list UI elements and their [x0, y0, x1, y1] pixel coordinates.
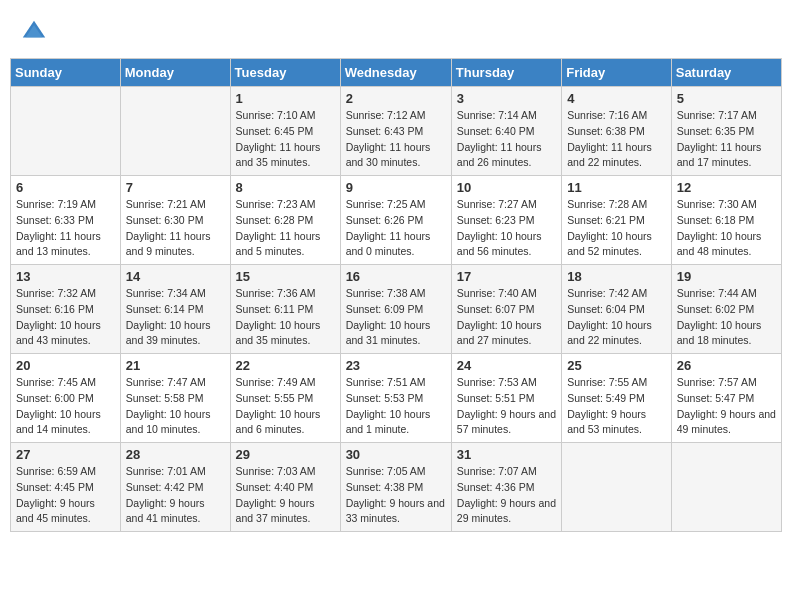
day-number: 16 [346, 269, 446, 284]
day-number: 15 [236, 269, 335, 284]
day-number: 7 [126, 180, 225, 195]
day-number: 9 [346, 180, 446, 195]
day-number: 31 [457, 447, 556, 462]
calendar-cell: 22 Sunrise: 7:49 AM Sunset: 5:55 PM Dayl… [230, 354, 340, 443]
calendar-cell: 5 Sunrise: 7:17 AM Sunset: 6:35 PM Dayli… [671, 87, 781, 176]
day-info: Sunrise: 7:30 AM Sunset: 6:18 PM Dayligh… [677, 197, 776, 260]
calendar-cell: 6 Sunrise: 7:19 AM Sunset: 6:33 PM Dayli… [11, 176, 121, 265]
day-info: Sunrise: 7:03 AM Sunset: 4:40 PM Dayligh… [236, 464, 335, 527]
calendar-header-friday: Friday [562, 59, 672, 87]
day-info: Sunrise: 7:42 AM Sunset: 6:04 PM Dayligh… [567, 286, 666, 349]
day-info: Sunrise: 7:21 AM Sunset: 6:30 PM Dayligh… [126, 197, 225, 260]
calendar-cell: 30 Sunrise: 7:05 AM Sunset: 4:38 PM Dayl… [340, 443, 451, 532]
calendar-cell: 11 Sunrise: 7:28 AM Sunset: 6:21 PM Dayl… [562, 176, 672, 265]
calendar-cell: 14 Sunrise: 7:34 AM Sunset: 6:14 PM Dayl… [120, 265, 230, 354]
day-number: 2 [346, 91, 446, 106]
calendar-cell: 24 Sunrise: 7:53 AM Sunset: 5:51 PM Dayl… [451, 354, 561, 443]
calendar-cell: 31 Sunrise: 7:07 AM Sunset: 4:36 PM Dayl… [451, 443, 561, 532]
calendar-header-row: SundayMondayTuesdayWednesdayThursdayFrid… [11, 59, 782, 87]
calendar-cell: 9 Sunrise: 7:25 AM Sunset: 6:26 PM Dayli… [340, 176, 451, 265]
calendar-cell: 12 Sunrise: 7:30 AM Sunset: 6:18 PM Dayl… [671, 176, 781, 265]
day-info: Sunrise: 7:16 AM Sunset: 6:38 PM Dayligh… [567, 108, 666, 171]
day-number: 28 [126, 447, 225, 462]
day-info: Sunrise: 7:53 AM Sunset: 5:51 PM Dayligh… [457, 375, 556, 438]
day-number: 12 [677, 180, 776, 195]
day-info: Sunrise: 7:19 AM Sunset: 6:33 PM Dayligh… [16, 197, 115, 260]
calendar-cell: 18 Sunrise: 7:42 AM Sunset: 6:04 PM Dayl… [562, 265, 672, 354]
day-info: Sunrise: 7:32 AM Sunset: 6:16 PM Dayligh… [16, 286, 115, 349]
day-number: 22 [236, 358, 335, 373]
day-number: 1 [236, 91, 335, 106]
day-info: Sunrise: 7:17 AM Sunset: 6:35 PM Dayligh… [677, 108, 776, 171]
calendar-cell: 27 Sunrise: 6:59 AM Sunset: 4:45 PM Dayl… [11, 443, 121, 532]
day-number: 27 [16, 447, 115, 462]
day-info: Sunrise: 7:49 AM Sunset: 5:55 PM Dayligh… [236, 375, 335, 438]
day-number: 24 [457, 358, 556, 373]
day-number: 18 [567, 269, 666, 284]
day-number: 29 [236, 447, 335, 462]
day-info: Sunrise: 7:47 AM Sunset: 5:58 PM Dayligh… [126, 375, 225, 438]
day-info: Sunrise: 7:27 AM Sunset: 6:23 PM Dayligh… [457, 197, 556, 260]
day-info: Sunrise: 7:55 AM Sunset: 5:49 PM Dayligh… [567, 375, 666, 438]
calendar-week-row: 20 Sunrise: 7:45 AM Sunset: 6:00 PM Dayl… [11, 354, 782, 443]
calendar-cell: 26 Sunrise: 7:57 AM Sunset: 5:47 PM Dayl… [671, 354, 781, 443]
calendar-cell: 29 Sunrise: 7:03 AM Sunset: 4:40 PM Dayl… [230, 443, 340, 532]
calendar-cell: 13 Sunrise: 7:32 AM Sunset: 6:16 PM Dayl… [11, 265, 121, 354]
day-number: 19 [677, 269, 776, 284]
calendar-cell: 4 Sunrise: 7:16 AM Sunset: 6:38 PM Dayli… [562, 87, 672, 176]
day-info: Sunrise: 7:36 AM Sunset: 6:11 PM Dayligh… [236, 286, 335, 349]
calendar-cell: 23 Sunrise: 7:51 AM Sunset: 5:53 PM Dayl… [340, 354, 451, 443]
calendar-cell [11, 87, 121, 176]
day-number: 5 [677, 91, 776, 106]
day-number: 25 [567, 358, 666, 373]
day-info: Sunrise: 7:23 AM Sunset: 6:28 PM Dayligh… [236, 197, 335, 260]
day-number: 8 [236, 180, 335, 195]
calendar-cell: 28 Sunrise: 7:01 AM Sunset: 4:42 PM Dayl… [120, 443, 230, 532]
day-info: Sunrise: 7:07 AM Sunset: 4:36 PM Dayligh… [457, 464, 556, 527]
calendar-cell: 21 Sunrise: 7:47 AM Sunset: 5:58 PM Dayl… [120, 354, 230, 443]
day-number: 4 [567, 91, 666, 106]
day-number: 11 [567, 180, 666, 195]
day-info: Sunrise: 6:59 AM Sunset: 4:45 PM Dayligh… [16, 464, 115, 527]
day-number: 3 [457, 91, 556, 106]
calendar-cell: 17 Sunrise: 7:40 AM Sunset: 6:07 PM Dayl… [451, 265, 561, 354]
calendar-cell [562, 443, 672, 532]
calendar-header-saturday: Saturday [671, 59, 781, 87]
logo-icon [20, 18, 48, 46]
day-info: Sunrise: 7:40 AM Sunset: 6:07 PM Dayligh… [457, 286, 556, 349]
day-number: 10 [457, 180, 556, 195]
day-number: 17 [457, 269, 556, 284]
calendar-cell: 7 Sunrise: 7:21 AM Sunset: 6:30 PM Dayli… [120, 176, 230, 265]
day-number: 26 [677, 358, 776, 373]
day-info: Sunrise: 7:25 AM Sunset: 6:26 PM Dayligh… [346, 197, 446, 260]
calendar-cell: 10 Sunrise: 7:27 AM Sunset: 6:23 PM Dayl… [451, 176, 561, 265]
day-number: 23 [346, 358, 446, 373]
day-info: Sunrise: 7:51 AM Sunset: 5:53 PM Dayligh… [346, 375, 446, 438]
day-number: 21 [126, 358, 225, 373]
day-number: 6 [16, 180, 115, 195]
calendar-header-monday: Monday [120, 59, 230, 87]
day-info: Sunrise: 7:57 AM Sunset: 5:47 PM Dayligh… [677, 375, 776, 438]
day-number: 13 [16, 269, 115, 284]
calendar-table: SundayMondayTuesdayWednesdayThursdayFrid… [10, 58, 782, 532]
calendar-cell: 20 Sunrise: 7:45 AM Sunset: 6:00 PM Dayl… [11, 354, 121, 443]
calendar-cell: 19 Sunrise: 7:44 AM Sunset: 6:02 PM Dayl… [671, 265, 781, 354]
calendar-week-row: 13 Sunrise: 7:32 AM Sunset: 6:16 PM Dayl… [11, 265, 782, 354]
calendar-cell: 8 Sunrise: 7:23 AM Sunset: 6:28 PM Dayli… [230, 176, 340, 265]
calendar-header-thursday: Thursday [451, 59, 561, 87]
calendar-cell: 25 Sunrise: 7:55 AM Sunset: 5:49 PM Dayl… [562, 354, 672, 443]
calendar-week-row: 6 Sunrise: 7:19 AM Sunset: 6:33 PM Dayli… [11, 176, 782, 265]
calendar-cell: 15 Sunrise: 7:36 AM Sunset: 6:11 PM Dayl… [230, 265, 340, 354]
calendar-header-sunday: Sunday [11, 59, 121, 87]
day-info: Sunrise: 7:10 AM Sunset: 6:45 PM Dayligh… [236, 108, 335, 171]
calendar-cell [120, 87, 230, 176]
day-info: Sunrise: 7:01 AM Sunset: 4:42 PM Dayligh… [126, 464, 225, 527]
calendar-week-row: 1 Sunrise: 7:10 AM Sunset: 6:45 PM Dayli… [11, 87, 782, 176]
day-info: Sunrise: 7:12 AM Sunset: 6:43 PM Dayligh… [346, 108, 446, 171]
calendar-cell: 2 Sunrise: 7:12 AM Sunset: 6:43 PM Dayli… [340, 87, 451, 176]
calendar-cell [671, 443, 781, 532]
day-info: Sunrise: 7:38 AM Sunset: 6:09 PM Dayligh… [346, 286, 446, 349]
day-number: 20 [16, 358, 115, 373]
logo [20, 18, 52, 46]
day-info: Sunrise: 7:34 AM Sunset: 6:14 PM Dayligh… [126, 286, 225, 349]
